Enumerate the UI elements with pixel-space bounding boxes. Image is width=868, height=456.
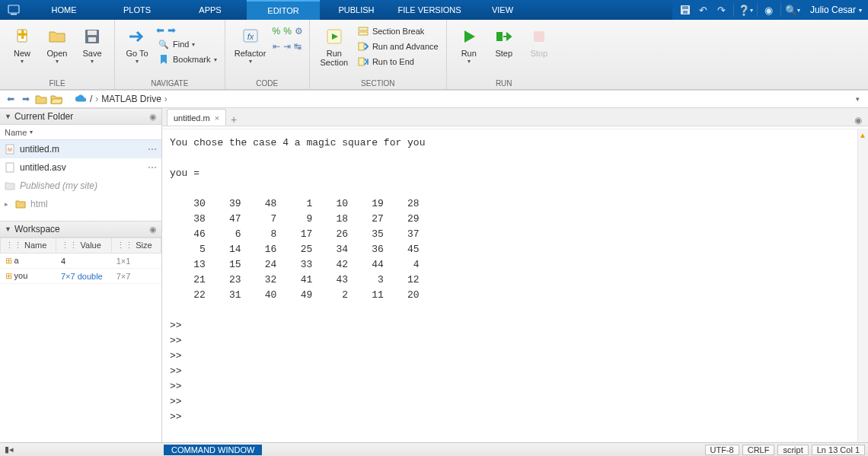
gear-icon[interactable]: ◉ [149,112,157,122]
warning-icon[interactable]: ▲ [859,131,866,139]
ribbon-group-navigate: Go To ▾ ⬅➡ 🔍 Find ▾ Bookmark ▾ NAVIG [115,20,225,89]
tab-apps[interactable]: APPS [174,0,247,20]
close-icon[interactable]: × [215,113,219,123]
status-encoding[interactable]: UTF-8 [705,445,739,455]
tab-file-versions[interactable]: FILE VERSIONS [393,0,466,20]
folder-icon [5,180,15,191]
redo-icon[interactable]: ↷ [715,3,729,17]
ribbon-group-section: Run Section Section Break Run and Advanc… [310,20,447,89]
ws-row[interactable]: ⊞ a 4 1×1 [1,254,161,269]
ws-col-size[interactable]: ⋮⋮ Size [112,238,161,254]
ws-row[interactable]: ⊞ you 7×7 double 7×7 [1,269,161,284]
tab-home[interactable]: HOME [27,0,101,20]
folder-published[interactable]: Published (my site) [0,177,161,195]
main-area: ▼ Current Folder ◉ Name ▾ M untitled.m ⋯… [0,108,868,442]
nav-back-icon[interactable]: ⬅ [5,93,17,105]
nav-up-folder-icon[interactable] [35,93,47,105]
ribbon: ✚ New ▾ Open ▾ Save ▾ FILE Go To ▾ [0,20,868,90]
nav-folder-open-icon[interactable] [50,93,62,105]
cloud-icon[interactable] [75,93,87,105]
user-menu[interactable]: Julio Cesar ▾ [804,5,862,15]
run-section-button[interactable]: Run Section [316,23,353,67]
workspace-title[interactable]: ▼ Workspace ◉ [0,221,161,238]
bookmark-button[interactable]: Bookmark ▾ [156,53,219,66]
settings-quick-icon[interactable]: ◉ [762,3,776,17]
status-position[interactable]: Ln 13 Col 1 [812,445,865,455]
editor-content[interactable]: You chose the case 4 a magic square for … [162,129,857,442]
run-advance-button[interactable]: Run and Advance [356,40,440,53]
ribbon-group-run: Run ▾ Step Stop RUN [447,20,561,89]
stop-button[interactable]: Stop [523,23,555,58]
tab-plots[interactable]: PLOTS [101,0,174,20]
save-button[interactable]: Save ▾ [76,23,108,65]
svg-rect-17 [534,31,544,42]
svg-rect-13 [359,27,368,30]
run-to-end-icon [357,56,369,68]
save-quick-icon[interactable] [678,3,692,17]
gear-icon[interactable]: ◉ [149,225,157,234]
tab-view[interactable]: VIEW [466,0,539,20]
left-column: ▼ Current Folder ◉ Name ▾ M untitled.m ⋯… [0,108,162,442]
svg-rect-20 [6,163,14,172]
editor-tabbar: untitled.m × + ◉ [162,108,868,126]
editor-tab-untitled[interactable]: untitled.m × [167,109,226,126]
prev-next-icons[interactable]: ⬅➡ [156,24,219,36]
ribbon-group-code: fx Refactor ▾ %%⚙ ⇤⇥↹ CODE [225,20,310,89]
tab-publish[interactable]: PUBLISH [320,0,393,20]
var-icon: ⊞ [5,271,12,280]
find-button[interactable]: 🔍 Find ▾ [156,37,219,51]
nav-fwd-icon[interactable]: ➡ [20,93,32,105]
path-folder[interactable]: MATLAB Drive [101,94,161,104]
undo-icon[interactable]: ↶ [697,3,710,17]
run-advance-icon [357,40,369,53]
svg-rect-0 [8,5,19,13]
file-untitled-asv[interactable]: untitled.asv ⋯ [0,158,161,177]
tab-gear-icon[interactable]: ◉ [854,115,868,126]
status-bar: ▮◂ COMMAND WINDOW UTF-8 CRLF script Ln 1… [0,442,868,456]
svg-rect-4 [683,11,688,14]
current-folder-title[interactable]: ▼ Current Folder ◉ [0,108,161,125]
svg-rect-3 [682,6,688,9]
tab-editor[interactable]: EDITOR [247,0,320,20]
svg-rect-14 [359,32,368,35]
editor-area: untitled.m × + ◉ You chose the case 4 a … [162,108,868,442]
folder-html[interactable]: ▸ html [0,195,161,213]
current-folder-header[interactable]: Name ▾ [0,125,161,140]
item-menu-icon[interactable]: ⋯ [148,144,157,155]
svg-text:✚: ✚ [18,28,27,41]
quick-access-toolbar: ↶ ↷ ❔ ▾ ◉ 🔍 ▾ Julio Cesar ▾ [672,0,868,20]
run-button[interactable]: Run ▾ [453,23,485,65]
search-icon[interactable]: 🔍 ▾ [786,3,799,17]
user-name: Julio Cesar [810,5,856,15]
status-collapse-icon[interactable]: ▮◂ [5,445,14,454]
bookmark-icon [158,53,170,65]
command-window-tab[interactable]: COMMAND WINDOW [164,445,262,455]
m-file-icon: M [5,144,15,155]
status-filetype[interactable]: script [777,445,808,455]
app-icon [0,0,27,20]
help-icon[interactable]: ❔ ▾ [739,3,752,17]
ws-col-name[interactable]: ⋮⋮ Name [1,238,56,254]
run-to-end-button[interactable]: Run to End [356,55,440,69]
path-root[interactable]: / [90,94,92,104]
add-tab-button[interactable]: + [226,113,241,126]
code-tools-row1[interactable]: %%⚙ [273,26,303,37]
new-button[interactable]: ✚ New ▾ [6,23,38,65]
goto-button[interactable]: Go To ▾ [121,23,153,65]
section-break-icon [357,25,369,37]
editor-scrollbar[interactable]: ▲ [857,129,868,442]
open-button[interactable]: Open ▾ [41,23,73,65]
ws-col-value[interactable]: ⋮⋮ Value [56,238,112,254]
item-menu-icon[interactable]: ⋯ [148,162,157,173]
svg-text:fx: fx [247,32,254,41]
file-untitled-m[interactable]: M untitled.m ⋯ [0,140,161,158]
path-dropdown-icon[interactable]: ▾ [851,93,863,105]
current-folder-list: M untitled.m ⋯ untitled.asv ⋯ Published … [0,140,161,213]
step-button[interactable]: Step [488,23,520,58]
var-icon: ⊞ [5,256,12,265]
status-eol[interactable]: CRLF [742,445,775,455]
code-tools-row2[interactable]: ⇤⇥↹ [273,41,303,52]
section-break-button[interactable]: Section Break [356,24,440,38]
file-icon [5,162,15,173]
refactor-button[interactable]: fx Refactor ▾ [231,23,270,65]
